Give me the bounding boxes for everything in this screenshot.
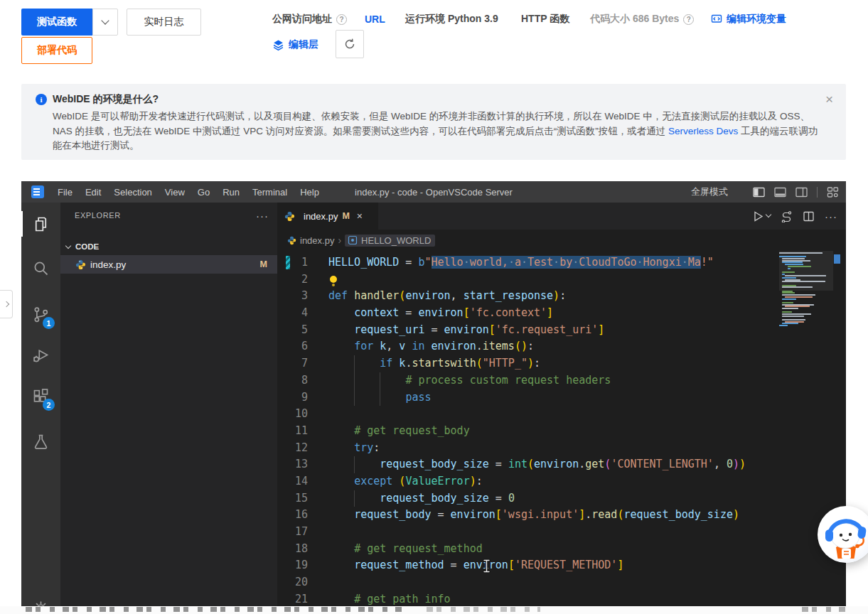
test-function-button[interactable]: 测试函数 bbox=[21, 9, 92, 36]
minimap-line bbox=[782, 302, 793, 303]
code-token bbox=[328, 475, 354, 488]
code-token: k bbox=[380, 340, 386, 352]
menu-item-go[interactable]: Go bbox=[191, 187, 216, 198]
lightbulb-icon[interactable] bbox=[330, 276, 337, 283]
minimap-line bbox=[782, 311, 792, 313]
run-or-debug-icon[interactable] bbox=[781, 210, 793, 222]
code-line[interactable]: 20 bbox=[277, 574, 779, 591]
code-token: = bbox=[424, 323, 444, 336]
panel-expander-button[interactable] bbox=[0, 290, 13, 318]
code-token: context bbox=[354, 306, 399, 319]
code-line[interactable]: 2 bbox=[277, 271, 779, 289]
code-line[interactable]: 6 for k, v in environ.items(): bbox=[277, 338, 779, 355]
testing-activity-button[interactable] bbox=[21, 424, 60, 458]
serverless-devs-link[interactable]: Serverless Devs bbox=[668, 126, 738, 136]
code-token: ValueError bbox=[405, 475, 469, 488]
code-token: environ bbox=[432, 340, 476, 352]
menu-item-help[interactable]: Help bbox=[294, 187, 326, 198]
explorer-activity-button[interactable] bbox=[21, 207, 60, 241]
url-link[interactable]: URL bbox=[365, 11, 385, 27]
http-function-label: HTTP 函数 bbox=[521, 11, 569, 27]
menu-item-edit[interactable]: Edit bbox=[79, 187, 107, 198]
fullscreen-mode-button[interactable]: 全屏模式 bbox=[691, 185, 728, 198]
run-python-file-button[interactable] bbox=[752, 210, 771, 222]
line-number: 18 bbox=[277, 541, 308, 558]
search-activity-button[interactable] bbox=[21, 251, 60, 285]
explorer-more-actions-icon[interactable]: ··· bbox=[256, 210, 269, 222]
code-size-label: 代码大小 686 Bytes ? bbox=[590, 11, 694, 27]
extensions-activity-button[interactable]: 2 bbox=[21, 379, 60, 413]
code-line[interactable]: 3def handler(environ, start_response): bbox=[277, 288, 779, 305]
menu-item-run[interactable]: Run bbox=[216, 187, 246, 198]
file-item-indexpy[interactable]: index.py M bbox=[60, 255, 277, 274]
code-token: environ bbox=[534, 458, 579, 470]
code-token: [ bbox=[508, 559, 515, 571]
menu-item-selection[interactable]: Selection bbox=[107, 187, 158, 198]
menu-item-file[interactable]: File bbox=[51, 187, 79, 198]
close-icon[interactable]: × bbox=[825, 92, 833, 106]
line-content: # process custom request headers bbox=[308, 372, 779, 389]
run-debug-activity-button[interactable] bbox=[21, 338, 60, 372]
code-line[interactable]: 13 request_body_size = int(environ.get('… bbox=[277, 456, 779, 473]
support-chat-button[interactable] bbox=[818, 506, 868, 563]
code-line[interactable]: 18 # get request_method bbox=[277, 541, 779, 558]
code-token: if bbox=[380, 357, 392, 370]
menu-item-view[interactable]: View bbox=[159, 187, 191, 198]
minimap[interactable] bbox=[779, 252, 833, 327]
code-token: ) bbox=[733, 458, 739, 470]
clipped-text bbox=[427, 607, 540, 612]
customize-layout-icon[interactable] bbox=[827, 186, 839, 198]
code-line[interactable]: 10 bbox=[277, 406, 779, 423]
split-editor-icon[interactable] bbox=[803, 210, 815, 222]
code-line[interactable]: 16 request_body = environ['wsgi.input'].… bbox=[277, 507, 779, 524]
code-token: ) bbox=[470, 475, 476, 488]
indent-guide bbox=[354, 372, 355, 389]
toggle-panel-icon[interactable] bbox=[774, 186, 786, 198]
line-number: 14 bbox=[277, 473, 308, 490]
breadcrumb-symbol[interactable]: HELLO_WORLD bbox=[345, 235, 435, 247]
realtime-logs-button[interactable]: 实时日志 bbox=[127, 9, 201, 36]
python-file-icon bbox=[284, 211, 295, 222]
line-number: 1 bbox=[277, 254, 308, 271]
code-line[interactable]: 4 context = environ['fc.context'] bbox=[277, 305, 779, 322]
tab-indexpy[interactable]: index.py M × bbox=[277, 203, 378, 230]
code-line[interactable]: 19 request_method = environ['REQUEST_MET… bbox=[277, 557, 779, 574]
line-content: request_body = environ['wsgi.input'].rea… bbox=[308, 507, 779, 524]
close-tab-icon[interactable]: × bbox=[357, 210, 363, 222]
code-line[interactable]: 11 # get request_body bbox=[277, 423, 779, 440]
minimap-line bbox=[782, 323, 798, 324]
help-icon[interactable]: ? bbox=[683, 14, 694, 25]
line-content: context = environ['fc.context'] bbox=[308, 305, 779, 322]
code-line[interactable]: 12 try: bbox=[277, 440, 779, 457]
more-actions-icon[interactable]: ··· bbox=[825, 210, 837, 222]
edit-layer-link[interactable]: 编辑层 bbox=[272, 37, 318, 53]
deploy-code-button[interactable]: 部署代码 bbox=[21, 37, 92, 64]
code-token: ] bbox=[579, 508, 585, 521]
code-token: read bbox=[591, 508, 617, 521]
toggle-sidebar-icon[interactable] bbox=[753, 186, 765, 198]
menu-item-terminal[interactable]: Terminal bbox=[246, 187, 294, 198]
code-line[interactable]: 8 # process custom request headers bbox=[277, 372, 779, 389]
code-token: [ bbox=[489, 323, 495, 336]
code-token: ) bbox=[527, 357, 534, 370]
breadcrumb-file[interactable]: index.py bbox=[300, 235, 334, 246]
folder-section-code[interactable]: CODE bbox=[60, 238, 277, 254]
toggle-secondary-sidebar-icon[interactable] bbox=[795, 186, 808, 198]
refresh-button[interactable] bbox=[336, 30, 364, 58]
code-token bbox=[328, 306, 354, 319]
code-line[interactable]: 1HELLO_WORLD = b"Hello·world,·a·Test·by·… bbox=[277, 254, 779, 271]
code-editor[interactable]: 1HELLO_WORLD = b"Hello·world,·a·Test·by·… bbox=[277, 251, 846, 614]
code-line[interactable]: 21 # get path info bbox=[277, 591, 779, 608]
code-line[interactable]: 5 request_uri = environ['fc.request_uri'… bbox=[277, 322, 779, 339]
code-line[interactable]: 7 if k.startswith("HTTP_"): bbox=[277, 355, 779, 372]
code-line[interactable]: 17 bbox=[277, 524, 779, 541]
help-icon[interactable]: ? bbox=[336, 14, 347, 25]
code-line[interactable]: 9 pass bbox=[277, 389, 779, 406]
source-control-activity-button[interactable]: 1 bbox=[21, 297, 60, 331]
run-debug-icon bbox=[31, 345, 50, 365]
test-function-dropdown-button[interactable] bbox=[92, 9, 118, 36]
code-line[interactable]: 14 except (ValueError): bbox=[277, 473, 779, 490]
minimap-line bbox=[779, 256, 806, 257]
edit-env-vars-link[interactable]: 编辑环境变量 bbox=[711, 11, 786, 27]
code-line[interactable]: 15 request_body_size = 0 bbox=[277, 490, 779, 507]
